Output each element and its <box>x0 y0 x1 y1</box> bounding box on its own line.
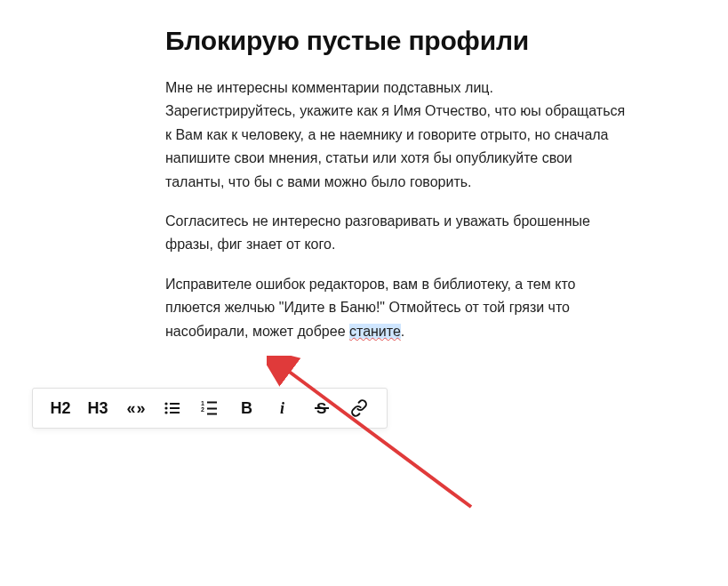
blockquote-button[interactable]: « » <box>116 389 154 428</box>
svg-point-4 <box>164 411 167 413</box>
svg-rect-3 <box>170 407 180 409</box>
svg-rect-10 <box>207 413 217 415</box>
svg-text:i: i <box>280 399 284 417</box>
bullet-list-icon <box>164 399 181 417</box>
link-icon <box>350 399 368 417</box>
heading-3-button[interactable]: H3 <box>79 389 116 428</box>
bullet-list-button[interactable] <box>154 389 191 428</box>
italic-button[interactable]: i <box>266 389 303 428</box>
editor-content[interactable]: Блокирую пустые профили Мне не интересны… <box>165 25 628 359</box>
svg-rect-7 <box>207 402 217 404</box>
bold-icon: B <box>238 399 256 417</box>
svg-text:2: 2 <box>201 406 204 413</box>
article-title[interactable]: Блокирую пустые профили <box>165 25 628 57</box>
svg-rect-1 <box>170 403 180 405</box>
svg-text:1: 1 <box>201 400 204 406</box>
formatting-toolbar: H2 H3 « » 1 2 <box>32 388 388 429</box>
svg-rect-14 <box>315 407 329 409</box>
link-button[interactable] <box>340 389 378 428</box>
italic-icon: i <box>276 399 293 417</box>
paragraph-text: . <box>401 324 404 339</box>
paragraph[interactable]: Мне не интересны комментарии подставных … <box>165 76 628 194</box>
svg-rect-5 <box>170 412 180 413</box>
selected-misspelled-word[interactable]: станите <box>349 324 401 339</box>
paragraph[interactable]: Исправителе ошибок редакторов, вам в биб… <box>165 273 628 343</box>
paragraph[interactable]: Согласитесь не интересно разговаривать и… <box>165 210 628 257</box>
svg-point-0 <box>164 402 167 405</box>
svg-text:B: B <box>241 399 252 417</box>
svg-rect-9 <box>207 408 217 410</box>
bold-button[interactable]: B <box>228 389 266 428</box>
strikethrough-icon: S <box>313 399 331 417</box>
ordered-list-icon: 1 2 <box>201 399 219 417</box>
svg-point-2 <box>164 406 167 409</box>
annotation-arrow <box>267 356 498 534</box>
heading-2-button[interactable]: H2 <box>42 389 79 428</box>
ordered-list-button[interactable]: 1 2 <box>191 389 228 428</box>
strikethrough-button[interactable]: S <box>303 389 340 428</box>
